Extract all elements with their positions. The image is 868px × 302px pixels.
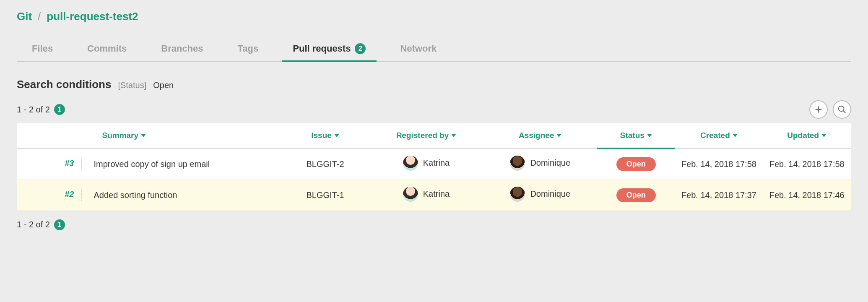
created-date: Feb. 14, 2018 17:37 xyxy=(681,190,756,200)
caret-down-icon xyxy=(733,134,738,137)
table-row[interactable]: #3 Improved copy of sign up email BLGGIT… xyxy=(17,148,851,180)
pr-number: #2 xyxy=(65,190,74,199)
svg-point-2 xyxy=(839,106,844,112)
column-summary-label: Summary xyxy=(102,131,138,140)
status-badge: Open xyxy=(616,157,656,171)
updated-date: Feb. 14, 2018 17:46 xyxy=(769,190,845,200)
breadcrumb: Git / pull-request-test2 xyxy=(17,10,851,23)
column-assignee-label: Assignee xyxy=(519,131,554,140)
result-range-text: 1 - 2 of 2 xyxy=(17,220,50,229)
table-row[interactable]: #2 Added sorting function BLGGIT-1 Katri… xyxy=(17,180,851,211)
pull-requests-count-badge: 2 xyxy=(355,43,366,54)
breadcrumb-separator: / xyxy=(38,10,41,23)
avatar xyxy=(403,156,418,171)
search-conditions: Search conditions [Status] Open xyxy=(17,78,851,91)
column-number xyxy=(17,123,90,148)
column-status-label: Status xyxy=(620,131,645,140)
result-page-badge: 1 xyxy=(54,219,65,230)
search-status-label: [Status] xyxy=(118,81,146,90)
updated-date: Feb. 14, 2018 17:58 xyxy=(769,159,845,169)
tab-files-label: Files xyxy=(32,43,53,54)
avatar xyxy=(510,187,525,202)
column-created-label: Created xyxy=(700,131,730,140)
result-range-top: 1 - 2 of 2 1 xyxy=(17,104,65,115)
result-range-bottom: 1 - 2 of 2 1 xyxy=(17,219,851,230)
tab-branches[interactable]: Branches xyxy=(150,37,214,61)
search-conditions-title: Search conditions xyxy=(17,78,111,91)
avatar xyxy=(510,156,525,171)
tab-branches-label: Branches xyxy=(161,43,203,54)
tab-commits-label: Commits xyxy=(87,43,127,54)
tabs: Files Commits Branches Tags Pull request… xyxy=(17,37,851,62)
plus-icon xyxy=(814,105,823,114)
pr-summary[interactable]: Improved copy of sign up email xyxy=(94,159,210,169)
result-range-text: 1 - 2 of 2 xyxy=(17,105,50,115)
tab-network-label: Network xyxy=(400,43,437,54)
column-updated[interactable]: Updated xyxy=(763,123,851,148)
tab-tags-label: Tags xyxy=(238,43,259,54)
search-icon xyxy=(837,105,847,114)
add-button[interactable] xyxy=(809,100,828,119)
created-date: Feb. 14, 2018 17:58 xyxy=(681,159,756,169)
caret-down-icon xyxy=(556,134,561,137)
caret-down-icon xyxy=(647,134,652,137)
column-created[interactable]: Created xyxy=(675,123,763,148)
column-issue[interactable]: Issue xyxy=(281,123,369,148)
assignee-name: Dominique xyxy=(530,189,570,199)
column-issue-label: Issue xyxy=(311,131,332,140)
pr-summary[interactable]: Added sorting function xyxy=(94,190,177,200)
registered-by-name: Katrina xyxy=(423,189,450,199)
status-badge: Open xyxy=(616,188,656,202)
column-registered-by-label: Registered by xyxy=(396,131,449,140)
divider xyxy=(81,189,82,201)
column-summary[interactable]: Summary xyxy=(89,123,281,148)
column-updated-label: Updated xyxy=(787,131,819,140)
breadcrumb-root-link[interactable]: Git xyxy=(17,10,32,23)
result-page-badge: 1 xyxy=(54,104,65,115)
pr-number: #3 xyxy=(65,159,74,168)
search-status-value: Open xyxy=(153,81,174,90)
search-button[interactable] xyxy=(833,100,851,119)
caret-down-icon xyxy=(334,134,339,137)
tab-files[interactable]: Files xyxy=(21,37,64,61)
column-assignee[interactable]: Assignee xyxy=(483,123,597,148)
caret-down-icon xyxy=(141,134,146,137)
tab-tags[interactable]: Tags xyxy=(227,37,270,61)
tab-commits[interactable]: Commits xyxy=(76,37,138,61)
divider xyxy=(81,158,82,170)
pull-requests-table: Summary Issue Registered by Assignee Sta… xyxy=(17,123,851,211)
column-status[interactable]: Status xyxy=(597,123,675,148)
registered-by-name: Katrina xyxy=(423,158,450,168)
column-registered-by[interactable]: Registered by xyxy=(369,123,483,148)
pr-issue[interactable]: BLGGIT-2 xyxy=(307,159,344,169)
pr-issue[interactable]: BLGGIT-1 xyxy=(307,190,344,200)
tab-pull-requests[interactable]: Pull requests 2 xyxy=(282,37,377,61)
tab-network[interactable]: Network xyxy=(389,37,447,61)
tab-pull-requests-label: Pull requests xyxy=(293,43,351,54)
svg-line-3 xyxy=(843,111,846,113)
caret-down-icon xyxy=(451,134,456,137)
breadcrumb-repo-link[interactable]: pull-request-test2 xyxy=(47,10,138,23)
caret-down-icon xyxy=(821,134,826,137)
assignee-name: Dominique xyxy=(530,158,570,168)
avatar xyxy=(403,187,418,202)
